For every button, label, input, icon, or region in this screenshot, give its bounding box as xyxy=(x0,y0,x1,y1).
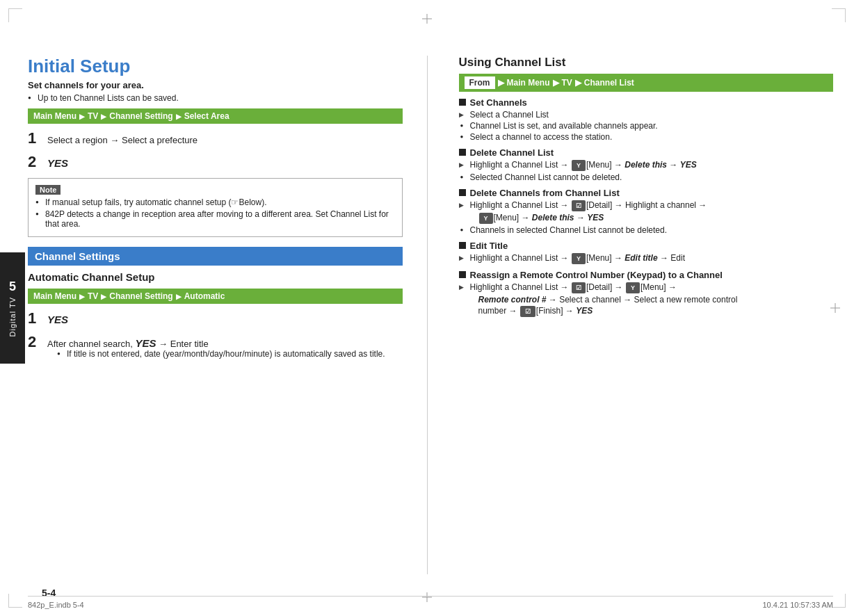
delete-cl-title: Delete Channel List xyxy=(459,147,834,158)
reassign-title: Reassign a Remote Control Number (Keypad… xyxy=(459,270,834,280)
footer-right: 10.4.21 10:57:33 AM xyxy=(762,601,833,609)
note-box: Note If manual setup fails, try automati… xyxy=(28,178,403,237)
yes-3: YES xyxy=(576,306,593,316)
set-channels-b1: Channel List is set, and available chann… xyxy=(470,121,834,131)
nav-arrow2: ▶ xyxy=(101,113,106,120)
finish-icon: ☑ xyxy=(520,306,535,317)
nav-select-area: Select Area xyxy=(184,111,229,121)
section-reassign: Reassign a Remote Control Number (Keypad… xyxy=(459,270,834,317)
step2: 2 YES xyxy=(28,153,403,171)
main-content: Initial Setup Set channels for your area… xyxy=(28,56,833,574)
delete-this-2: Delete this xyxy=(532,213,574,222)
delete-cl-arrow1: Highlight a Channel List → Y[Menu] → Del… xyxy=(470,160,834,171)
menu-icon2: Y xyxy=(479,213,493,224)
detail-icon1: ☑ xyxy=(572,200,586,211)
cs-step1-num: 1 xyxy=(28,309,42,327)
edit-title-label: Edit Title xyxy=(470,241,508,251)
sidebar-number: 5 xyxy=(9,279,16,294)
section-delete-channel-list: Delete Channel List Highlight a Channel … xyxy=(459,147,834,182)
yes-2: YES xyxy=(587,213,604,222)
channel-settings-header: Channel Settings xyxy=(28,247,403,266)
nav-channel-setting: Channel Setting xyxy=(109,111,172,121)
cs-nav-arrow1: ▶ xyxy=(79,293,85,300)
cs-step2-text2: Enter title xyxy=(170,339,209,349)
note-label: Note xyxy=(35,185,61,195)
right-nav-arrow2: ▶ xyxy=(575,78,581,88)
right-nav-arrow0: ▶ xyxy=(498,78,504,88)
corner-mark-tr xyxy=(832,8,846,22)
right-title: Using Channel List xyxy=(459,56,834,70)
cs-step2-text: After channel search, xyxy=(47,339,135,349)
cs-nav-channel-setting: Channel Setting xyxy=(109,291,172,301)
reassign-arrow1b: Remote control # → Select a channel → Se… xyxy=(478,295,834,305)
menu-icon4: Y xyxy=(626,282,640,293)
reg-mark-top xyxy=(422,14,432,24)
column-divider xyxy=(427,56,428,574)
left-bullet1: Up to ten Channel Lists can be saved. xyxy=(38,93,403,103)
section-set-channels: Set Channels Select a Channel List Chann… xyxy=(459,97,834,142)
right-nav-tv: TV xyxy=(562,78,572,88)
edit-title-arrow1: Highlight a Channel List → Y[Menu] → Edi… xyxy=(470,253,834,264)
cs-step2-arrow: → xyxy=(156,339,170,349)
step1-text2: Select a prefecture xyxy=(122,135,198,145)
step2-yes: YES xyxy=(47,157,68,169)
delete-chs-arrow1b: Y[Menu] → Delete this → YES xyxy=(478,213,834,224)
cs-step1: 1 YES xyxy=(28,309,403,327)
corner-mark-bl xyxy=(8,594,22,608)
left-column: Initial Setup Set channels for your area… xyxy=(28,56,403,574)
cs-step1-content: YES xyxy=(47,314,68,325)
channel-settings-title: Channel Settings xyxy=(35,250,120,262)
cs-step2-sub: If title is not entered, date (year/mont… xyxy=(67,349,385,359)
sidebar-label: Digital TV xyxy=(8,297,17,337)
right-nav-channel-list: Channel List xyxy=(584,78,634,88)
cs-nav-main-menu: Main Menu xyxy=(33,291,76,301)
menu-icon3: Y xyxy=(572,253,586,264)
delete-this-1: Delete this xyxy=(625,160,667,170)
right-nav-arrow1: ▶ xyxy=(553,78,559,88)
edit-title-title: Edit Title xyxy=(459,241,834,251)
nav-bar-initial: Main Menu ▶ TV ▶ Channel Setting ▶ Selec… xyxy=(28,108,403,124)
section-edit-title: Edit Title Highlight a Channel List → Y[… xyxy=(459,241,834,264)
black-sq3 xyxy=(459,189,466,196)
yes-1: YES xyxy=(680,160,697,170)
step2-num: 2 xyxy=(28,153,42,171)
menu-icon1: Y xyxy=(572,160,586,171)
delete-cl-b1: Selected Channel List cannot be deleted. xyxy=(470,172,834,182)
cs-step2-content: After channel search, YES → Enter title … xyxy=(47,337,385,360)
set-channels-label: Set Channels xyxy=(470,97,527,108)
set-channels-title: Set Channels xyxy=(459,97,834,108)
reassign-label: Reassign a Remote Control Number (Keypad… xyxy=(470,270,723,280)
nav-main-menu: Main Menu xyxy=(33,111,76,121)
delete-cl-label: Delete Channel List xyxy=(470,147,554,158)
cs-step2-yes: YES xyxy=(135,337,156,349)
step1: 1 Select a region → Select a prefecture xyxy=(28,129,403,147)
nav-bar-channel: Main Menu ▶ TV ▶ Channel Setting ▶ Autom… xyxy=(28,289,403,304)
nav-tv: TV xyxy=(88,111,98,121)
black-sq4 xyxy=(459,242,466,249)
corner-mark-br xyxy=(832,594,846,608)
nav-arrow1: ▶ xyxy=(79,113,85,120)
edit-title-italic: Edit title xyxy=(625,253,657,263)
delete-chs-label: Delete Channels from Channel List xyxy=(470,188,620,198)
step1-num: 1 xyxy=(28,129,42,147)
remote-control: Remote control # xyxy=(478,295,547,305)
step2-content: YES xyxy=(47,157,68,169)
footer: 842p_E.indb 5-4 10.4.21 10:57:33 AM xyxy=(28,596,833,609)
step1-text: Select a region xyxy=(47,135,108,145)
cs-step2-num: 2 xyxy=(28,333,42,351)
reassign-arrow1: Highlight a Channel List → ☑[Detail] → Y… xyxy=(470,282,834,293)
black-sq1 xyxy=(459,99,466,106)
delete-chs-arrow1: Highlight a Channel List → ☑[Detail] → H… xyxy=(470,200,834,211)
delete-chs-title: Delete Channels from Channel List xyxy=(459,188,834,198)
corner-mark-tl xyxy=(8,8,22,22)
black-sq5 xyxy=(459,271,466,278)
section-delete-channels: Delete Channels from Channel List Highli… xyxy=(459,188,834,235)
cs-nav-tv: TV xyxy=(88,291,98,301)
from-box: From xyxy=(465,76,495,89)
set-channels-b2: Select a channel to access the station. xyxy=(470,132,834,142)
footer-left: 842p_E.indb 5-4 xyxy=(28,601,84,609)
sidebar-tab: 5 Digital TV xyxy=(0,252,25,364)
cs-step2: 2 After channel search, YES → Enter titl… xyxy=(28,333,403,360)
cs-nav-arrow2: ▶ xyxy=(101,293,106,300)
set-channels-arrow1: Select a Channel List xyxy=(470,110,834,120)
